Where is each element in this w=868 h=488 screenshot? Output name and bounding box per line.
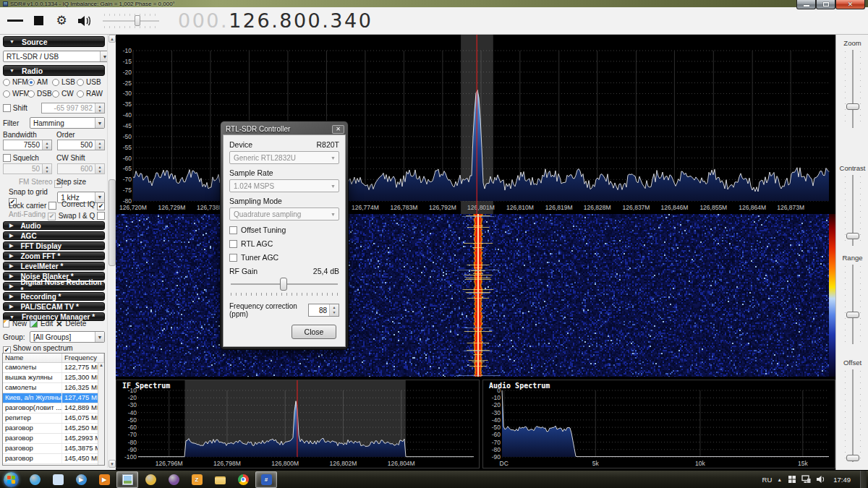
table-row[interactable]: разговор145,250 MHz	[3, 424, 104, 434]
table-row[interactable]: вышка жуляны125,300 MHz	[3, 373, 104, 383]
lock-carrier-checkbox[interactable]	[48, 202, 56, 210]
radio-icon[interactable]	[3, 90, 10, 98]
radio-icon[interactable]	[27, 90, 35, 98]
show-desktop-button[interactable]	[860, 471, 867, 488]
taskbar-button-z-app[interactable]: Z	[186, 471, 208, 488]
panel-header-radio[interactable]: ▼ Radio	[3, 65, 105, 76]
bandwidth-input[interactable]: 7550▲▼	[3, 140, 52, 150]
mode-radio-cw[interactable]: CW	[52, 90, 77, 98]
frequency-list-scrollbar[interactable]: ▲	[98, 363, 104, 465]
tuner-agc-checkbox[interactable]	[229, 254, 237, 262]
spinner-icon[interactable]: ▲▼	[95, 140, 104, 150]
mode-radio-lsb[interactable]: LSB	[52, 78, 77, 86]
shift-input[interactable]: -65 997 982▲▼	[41, 103, 105, 114]
group-select[interactable]: [All Groups]▼	[30, 331, 105, 343]
edit-entry-button[interactable]: Edit	[41, 320, 53, 328]
clock[interactable]: 17:49	[833, 476, 851, 484]
dialog-close-button[interactable]: Close	[292, 325, 336, 339]
table-row[interactable]: разговор(ловит ...142,889 MHz	[3, 403, 104, 414]
table-row[interactable]: Киев, а/п Жуляны127,475 MHz	[3, 393, 104, 403]
mode-radio-am[interactable]: AM	[27, 78, 52, 86]
if-spectrum-chart[interactable]: -10-20-30-40-50-60-70-80-90-100126,796M1…	[116, 380, 479, 468]
correct-iq-checkbox[interactable]	[97, 202, 105, 210]
taskbar-button-folder-explorer[interactable]	[209, 471, 231, 488]
dialog-titlebar[interactable]: RTL-SDR Controller ✕	[223, 124, 346, 134]
table-row[interactable]: разговор145,450 MHz	[3, 454, 104, 464]
device-select[interactable]: Generic RTL2832U▼	[229, 151, 339, 164]
close-button[interactable]: ✕	[835, 0, 865, 9]
audio-spectrum-chart[interactable]: 0-10-20-30-40-50-60-70-80-90DC5k10k15kAu…	[483, 380, 835, 468]
radio-icon[interactable]	[77, 90, 84, 98]
minimize-button[interactable]	[796, 0, 816, 9]
rtl-agc-checkbox[interactable]	[229, 240, 237, 248]
taskbar-button-explorer-window[interactable]	[47, 471, 69, 488]
action-center-icon[interactable]	[787, 475, 796, 484]
mode-radio-usb[interactable]: USB	[77, 78, 101, 86]
radio-icon[interactable]	[52, 79, 59, 86]
panel-header-zoom-fft[interactable]: ▶Zoom FFT *	[3, 252, 105, 260]
window-titlebar[interactable]: SDR# v1.0.0.1334 - IQ Imbalance: Gain = …	[0, 0, 868, 7]
table-row[interactable]: самолеты126,325 MHz	[3, 383, 104, 393]
scrollbar-thumb[interactable]	[109, 179, 116, 266]
dialog-close-icon[interactable]: ✕	[332, 125, 344, 134]
contrast-slider[interactable]: Contrast	[836, 164, 868, 246]
panel-header-fft-display[interactable]: ▶FFT Display	[3, 241, 105, 250]
mode-radio-raw[interactable]: RAW	[77, 90, 101, 98]
radio-icon[interactable]	[52, 90, 59, 98]
table-row[interactable]: разговор145,3875 MHz	[3, 444, 104, 454]
squelch-checkbox[interactable]	[3, 154, 11, 162]
spinner-icon[interactable]: ▲▼	[42, 140, 51, 150]
offset-slider-thumb[interactable]	[846, 455, 859, 461]
offset-tuning-checkbox[interactable]	[229, 226, 237, 234]
radio-icon[interactable]	[77, 79, 84, 86]
rf-gain-slider-thumb[interactable]	[280, 278, 287, 291]
frequency-correction-input[interactable]: 88▲▼	[308, 304, 339, 317]
mode-radio-wfm[interactable]: WFM	[3, 90, 27, 98]
volume-slider-thumb[interactable]	[135, 15, 140, 26]
spinner-icon[interactable]: ▲▼	[95, 103, 104, 113]
mode-radio-nfm[interactable]: NFM	[3, 78, 27, 86]
zoom-slider-thumb[interactable]	[846, 103, 859, 110]
taskbar-button-search-magnifier[interactable]	[140, 471, 161, 488]
range-slider-thumb[interactable]	[846, 312, 859, 318]
frequency-list-header[interactable]: Name Frequency	[3, 354, 104, 363]
radio-icon[interactable]	[27, 79, 35, 86]
volume-icon[interactable]	[816, 475, 825, 484]
sample-rate-select[interactable]: 1.024 MSPS▼	[229, 179, 339, 192]
network-icon[interactable]	[801, 475, 811, 484]
scroll-up-icon[interactable]: ▲	[109, 35, 116, 43]
scroll-down-icon[interactable]: ▼	[109, 460, 116, 468]
sidebar-scrollbar[interactable]: ▲ ▼	[107, 35, 116, 468]
table-row[interactable]: самолеты122,775 MHz	[3, 363, 104, 373]
offset-slider[interactable]: Offset	[836, 359, 868, 462]
shift-checkbox[interactable]	[3, 104, 11, 112]
mode-radio-dsb[interactable]: DSB	[27, 90, 52, 98]
order-input[interactable]: 500▲▼	[57, 140, 105, 150]
sampling-mode-select[interactable]: Quadrature sampling▼	[229, 207, 339, 221]
filter-select[interactable]: Hamming▼	[30, 117, 105, 129]
taskbar-button-sdrsharp[interactable]: #	[255, 471, 277, 488]
swap-iq-checkbox[interactable]	[97, 212, 105, 220]
zoom-slider[interactable]: Zoom	[836, 39, 868, 128]
panel-header-audio[interactable]: ▶Audio	[3, 221, 105, 230]
taskbar-button-viber[interactable]	[163, 471, 184, 488]
hidden-icons-arrow-icon[interactable]: ▲	[777, 477, 782, 482]
panel-header-levelmeter[interactable]: ▶LevelMeter *	[3, 262, 105, 270]
language-indicator[interactable]: RU	[762, 476, 773, 484]
radio-icon[interactable]	[3, 79, 10, 86]
new-entry-button[interactable]: New	[12, 320, 27, 328]
audio-mute-button[interactable]	[77, 12, 93, 30]
panel-header-pal-secam-tv[interactable]: ▶PAL/SECAM TV *	[3, 302, 105, 311]
settings-button[interactable]: ⚙	[54, 12, 69, 30]
menu-icon[interactable]	[7, 12, 23, 30]
range-slider[interactable]: Range	[836, 254, 868, 344]
frequency-display[interactable]: 000.126.800.340	[178, 9, 373, 32]
taskbar-button-skype[interactable]	[24, 471, 46, 488]
maximize-button[interactable]	[816, 0, 835, 9]
contrast-slider-thumb[interactable]	[846, 233, 859, 239]
table-row[interactable]: репитер145,075 MHz	[3, 414, 104, 424]
taskbar-button-chrome[interactable]	[232, 471, 254, 488]
delete-entry-button[interactable]: Delete	[65, 320, 86, 328]
source-device-select[interactable]: RTL-SDR / USB▼	[3, 51, 107, 62]
spinner-icon[interactable]: ▲▼	[329, 304, 339, 316]
